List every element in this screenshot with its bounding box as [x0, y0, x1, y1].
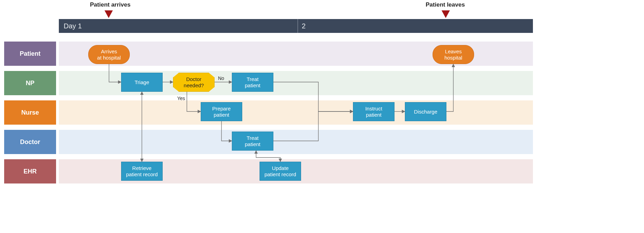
milestone-end-marker-icon — [442, 10, 450, 18]
node-triage: Triage — [121, 73, 163, 92]
milestone-start-marker-icon — [105, 10, 113, 18]
lane-label-patient: Patient — [4, 42, 56, 66]
edge-label-no: No — [218, 75, 224, 81]
timeline-bar — [59, 19, 533, 33]
lane-label-np: NP — [4, 71, 56, 95]
timeline-segment-2: 2 — [302, 19, 306, 33]
lane-label-ehr: EHR — [4, 159, 56, 183]
edge-label-yes: Yes — [177, 96, 185, 101]
node-decision-doctor-needed: Doctorneeded? — [173, 73, 215, 92]
node-retrieve-record: Retrievepatient record — [121, 162, 163, 181]
node-discharge: Discharge — [405, 102, 446, 121]
lane-label-doctor: Doctor — [4, 130, 56, 154]
node-treat-doctor: Treatpatient — [232, 132, 273, 151]
timeline-segment-1: Day 1 — [64, 19, 82, 33]
milestone-start-label: Patient arrives — [90, 1, 130, 8]
lane-strip-nurse — [59, 100, 533, 125]
node-instruct-patient: Instructpatient — [353, 102, 394, 121]
lane-strip-doctor — [59, 130, 533, 154]
node-update-record: Updatepatient record — [260, 162, 301, 181]
lane-label-nurse: Nurse — [4, 100, 56, 125]
node-arrives: Arrivesat hospital — [88, 45, 130, 64]
node-prepare-patient: Preparepatient — [201, 102, 242, 121]
node-leaves: Leaveshospital — [433, 45, 474, 64]
node-treat-np: Treatpatient — [232, 73, 273, 92]
milestone-end-label: Patient leaves — [426, 1, 465, 8]
swimlane-diagram: Day 1 2 Patient arrives Patient leaves P… — [0, 0, 644, 233]
timeline-divider — [298, 19, 298, 33]
